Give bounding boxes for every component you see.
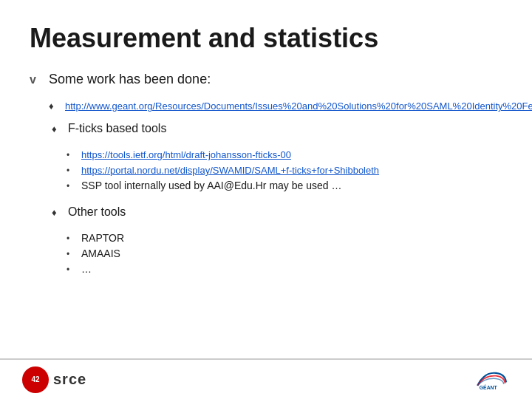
- footer-left: 42 srce: [22, 366, 86, 393]
- geant-logo: GÉANT: [473, 366, 510, 393]
- fticks-diamond-marker: ♦: [52, 123, 62, 134]
- bullet-marker-2: •: [66, 166, 75, 176]
- list-item: • …: [66, 263, 502, 275]
- other-tools-bullets: • RAPTOR • AMAAIS • …: [66, 232, 502, 275]
- other-bullet-marker-3: •: [66, 265, 75, 275]
- list-item: • SSP tool internally used by AAI@Edu.Hr…: [66, 180, 502, 191]
- other-tool-1: RAPTOR: [81, 232, 124, 244]
- other-bullet-marker-1: •: [66, 233, 75, 244]
- main-bullet-text: Some work has been done:: [49, 72, 211, 87]
- first-link-text[interactable]: http://www.geant.org/Resources/Documents…: [65, 99, 532, 113]
- list-item: • https://portal.nordu.net/display/SWAMI…: [66, 164, 502, 176]
- list-item: • RAPTOR: [66, 232, 502, 244]
- fticks-section: ♦ F-ticks based tools • https://tools.ie…: [52, 122, 502, 195]
- list-item: • AMAAIS: [66, 248, 502, 259]
- srce-label: srce: [53, 371, 86, 388]
- geant-svg-logo: GÉANT: [473, 366, 510, 393]
- fticks-bullets: • https://tools.ietf.org/html/draft-joha…: [66, 149, 502, 191]
- other-tools-label: Other tools: [68, 205, 126, 219]
- bullet-marker-3: •: [66, 181, 75, 191]
- main-bullet-item: v Some work has been done:: [30, 72, 502, 87]
- other-tools-header: ♦ Other tools: [52, 205, 502, 225]
- bullet-marker-1: •: [66, 150, 75, 160]
- first-link-anchor[interactable]: http://www.geant.org/Resources/Documents…: [65, 100, 532, 112]
- slide: Measurement and statistics v Some work h…: [0, 0, 532, 399]
- srce-logo: 42 srce: [22, 366, 86, 393]
- first-link-block: ♦ http://www.geant.org/Resources/Documen…: [49, 99, 502, 113]
- other-tool-2: AMAAIS: [81, 248, 120, 259]
- other-tool-3: …: [81, 263, 92, 275]
- other-tools-diamond-marker: ♦: [52, 207, 62, 218]
- ftick-link-2[interactable]: https://portal.nordu.net/display/SWAMID/…: [81, 164, 379, 176]
- srce-number: 42: [31, 375, 39, 383]
- first-link-item: ♦ http://www.geant.org/Resources/Documen…: [49, 99, 502, 113]
- fticks-header: ♦ F-ticks based tools: [52, 122, 502, 141]
- v-bullet-marker: v: [30, 73, 41, 86]
- slide-title: Measurement and statistics: [30, 22, 502, 54]
- first-link-marker: ♦: [49, 100, 59, 112]
- ftick-anchor-2[interactable]: https://portal.nordu.net/display/SWAMID/…: [81, 165, 379, 176]
- ftick-text-3: SSP tool internally used by AAI@Edu.Hr m…: [81, 180, 341, 191]
- other-tools-section: ♦ Other tools • RAPTOR • AMAAIS • …: [52, 205, 502, 279]
- svg-text:GÉANT: GÉANT: [480, 383, 498, 389]
- srce-circle-badge: 42: [22, 366, 49, 393]
- footer: 42 srce GÉANT: [0, 358, 532, 399]
- list-item: • https://tools.ietf.org/html/draft-joha…: [66, 149, 502, 160]
- ftick-link-1[interactable]: https://tools.ietf.org/html/draft-johans…: [81, 149, 291, 160]
- main-content: v Some work has been done: ♦ http://www.…: [30, 72, 502, 289]
- other-bullet-marker-2: •: [66, 249, 75, 259]
- ftick-anchor-1[interactable]: https://tools.ietf.org/html/draft-johans…: [81, 149, 291, 160]
- fticks-label: F-ticks based tools: [68, 122, 166, 135]
